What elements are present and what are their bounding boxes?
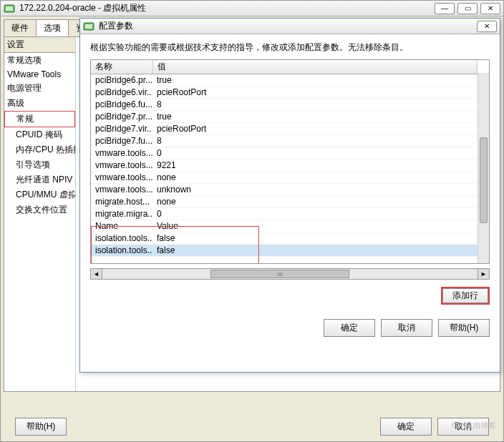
sidebar-header: 设置: [4, 37, 75, 53]
sidebar-item[interactable]: 常规: [4, 111, 75, 127]
dialog-footer: 确定 取消 帮助(H): [80, 309, 500, 344]
table-row[interactable]: migrate.migra...0: [91, 208, 478, 220]
dialog-window-controls: ✕: [477, 21, 497, 32]
table-row[interactable]: vmware.tools....9221: [91, 159, 478, 172]
window-controls: — ▭ ✕: [435, 3, 500, 14]
cell-value[interactable]: none: [152, 196, 478, 208]
sidebar-item[interactable]: 交换文件位置: [4, 202, 75, 217]
table-row[interactable]: pciBridge7.pr...true: [91, 111, 478, 123]
horizontal-scrollbar[interactable]: ◄ III ►: [90, 268, 490, 280]
cell-name[interactable]: pciBridge6.pr...: [91, 74, 152, 87]
watermark: ©ITPUB博客: [452, 421, 497, 431]
vertical-scrollbar[interactable]: [478, 73, 489, 263]
table-row[interactable]: pciBridge6.pr...true: [91, 74, 478, 87]
hscroll-left-button[interactable]: ◄: [91, 269, 102, 279]
dialog-body: 根据实验功能的需要或根据技术支持的指导，修改或添加配置参数。无法移除条目。 名称…: [80, 34, 500, 309]
horizontal-scroll-thumb[interactable]: III: [210, 270, 350, 278]
col-name[interactable]: 名称: [91, 60, 152, 74]
cell-value[interactable]: true: [152, 74, 478, 87]
vm-icon: [4, 3, 15, 14]
hscroll-right-button[interactable]: ►: [478, 269, 489, 279]
vertical-scroll-thumb[interactable]: [480, 137, 488, 223]
cell-name[interactable]: pciBridge6.vir...: [91, 87, 152, 99]
cell-value[interactable]: false: [152, 245, 478, 257]
cell-name[interactable]: vmware.tools....: [91, 159, 152, 172]
params-table: 名称 值 pciBridge6.pr...truepciBridge6.vir.…: [91, 60, 478, 257]
tab-hardware[interactable]: 硬件: [4, 19, 37, 36]
sidebar-item[interactable]: VMware Tools: [4, 68, 75, 81]
close-button[interactable]: ✕: [480, 3, 500, 14]
vm-icon: [83, 21, 94, 32]
table-row[interactable]: pciBridge7.vir...pcieRootPort: [91, 123, 478, 135]
cell-name[interactable]: pciBridge7.vir...: [91, 123, 152, 135]
table-row[interactable]: pciBridge6.fu...8: [91, 99, 478, 111]
params-table-wrap: 名称 值 pciBridge6.pr...truepciBridge6.vir.…: [90, 59, 490, 264]
dialog-close-button[interactable]: ✕: [477, 21, 497, 32]
table-row[interactable]: pciBridge7.fu...8: [91, 135, 478, 147]
svg-rect-3: [85, 24, 92, 29]
cell-value[interactable]: 8: [152, 135, 478, 147]
cell-value[interactable]: pcieRootPort: [152, 123, 478, 135]
cell-name[interactable]: vmware.tools....: [91, 172, 152, 184]
minimize-button[interactable]: —: [435, 3, 455, 14]
config-params-dialog: 配置参数 ✕ 根据实验功能的需要或根据技术支持的指导，修改或添加配置参数。无法移…: [79, 18, 500, 373]
cell-value[interactable]: 0: [152, 147, 478, 159]
tab-options[interactable]: 选项: [36, 19, 69, 36]
add-row-button[interactable]: 添加行: [441, 287, 490, 305]
dialog-title: 配置参数: [99, 20, 477, 32]
col-value[interactable]: 值: [152, 60, 478, 74]
sidebar-item[interactable]: CPUID 掩码: [4, 127, 75, 142]
dialog-ok-button[interactable]: 确定: [324, 319, 375, 337]
sidebar-item[interactable]: 电源管理: [4, 81, 75, 96]
table-row[interactable]: vmware.tools....none: [91, 172, 478, 184]
sidebar-item[interactable]: 常规选项: [4, 53, 75, 68]
vm-properties-window: 172.22.0.204-oracle - 虚拟机属性 — ▭ ✕ 硬件 选项 …: [0, 0, 504, 442]
sidebar-item[interactable]: 高级: [4, 96, 75, 111]
sidebar-item[interactable]: 内存/CPU 热插拔: [4, 142, 75, 157]
table-row[interactable]: isolation.tools...false: [91, 245, 478, 257]
ok-button[interactable]: 确定: [380, 418, 432, 436]
table-row[interactable]: vmware.tools....0: [91, 147, 478, 159]
cell-value[interactable]: 8: [152, 99, 478, 111]
outer-titlebar: 172.22.0.204-oracle - 虚拟机属性 — ▭ ✕: [1, 1, 503, 16]
help-button[interactable]: 帮助(H): [15, 418, 67, 436]
svg-rect-1: [6, 6, 13, 11]
cell-name[interactable]: migrate.migra...: [91, 208, 152, 220]
table-row[interactable]: vmware.tools....unknown: [91, 184, 478, 196]
cell-value[interactable]: true: [152, 111, 478, 123]
cell-name[interactable]: pciBridge6.fu...: [91, 99, 152, 111]
cell-value[interactable]: 9221: [152, 159, 478, 172]
window-title: 172.22.0.204-oracle - 虚拟机属性: [19, 2, 435, 14]
table-row[interactable]: migrate.host...none: [91, 196, 478, 208]
add-row-row: 添加行: [90, 287, 490, 305]
dialog-cancel-button[interactable]: 取消: [381, 319, 432, 337]
cell-name[interactable]: Name: [91, 220, 152, 232]
sidebar-item[interactable]: CPU/MMU 虚拟化: [4, 187, 75, 202]
cell-value[interactable]: false: [152, 232, 478, 245]
cell-value[interactable]: none: [152, 172, 478, 184]
sidebar-item[interactable]: 引导选项: [4, 157, 75, 172]
cell-value[interactable]: 0: [152, 208, 478, 220]
cell-name[interactable]: isolation.tools...: [91, 245, 152, 257]
cell-name[interactable]: vmware.tools....: [91, 184, 152, 196]
sidebar-item[interactable]: 光纤通道 NPIV: [4, 172, 75, 187]
cell-name[interactable]: pciBridge7.fu...: [91, 135, 152, 147]
table-row[interactable]: pciBridge6.vir...pcieRootPort: [91, 87, 478, 99]
table-row[interactable]: isolation.tools...false: [91, 232, 478, 245]
outer-footer: 帮助(H) 确定 取消: [1, 418, 503, 436]
dialog-info-text: 根据实验功能的需要或根据技术支持的指导，修改或添加配置参数。无法移除条目。: [90, 41, 490, 54]
cell-value[interactable]: pcieRootPort: [152, 87, 478, 99]
cell-name[interactable]: isolation.tools...: [91, 232, 152, 245]
dialog-help-button[interactable]: 帮助(H): [438, 319, 490, 337]
cell-name[interactable]: migrate.host...: [91, 196, 152, 208]
cell-value[interactable]: unknown: [152, 184, 478, 196]
maximize-button[interactable]: ▭: [457, 3, 478, 14]
cell-name[interactable]: vmware.tools....: [91, 147, 152, 159]
table-row[interactable]: NameValue: [91, 220, 478, 232]
cell-value[interactable]: Value: [152, 220, 478, 232]
settings-sidebar: 设置 常规选项VMware Tools电源管理高级常规CPUID 掩码内存/CP…: [4, 37, 76, 391]
cell-name[interactable]: pciBridge7.pr...: [91, 111, 152, 123]
dialog-titlebar: 配置参数 ✕: [80, 19, 500, 34]
